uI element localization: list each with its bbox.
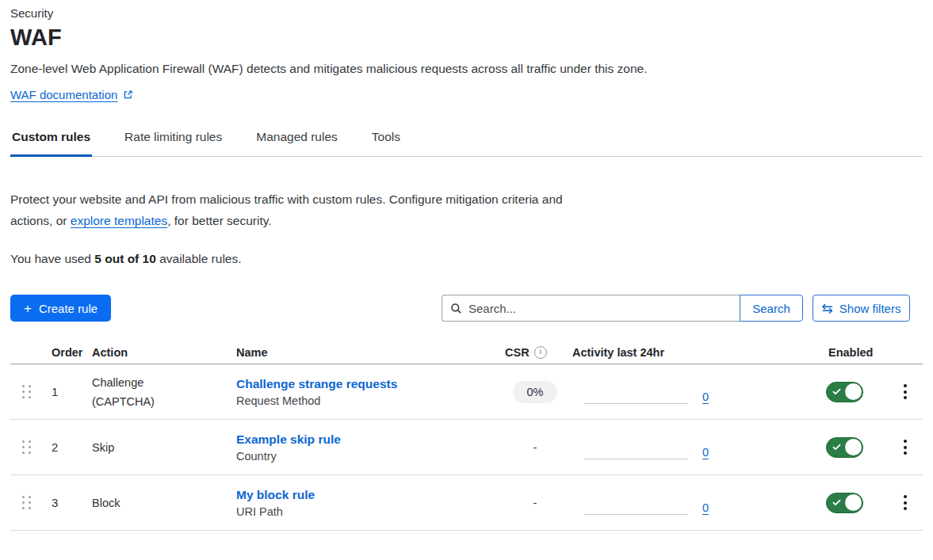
swap-arrows-icon: ⇆ — [822, 302, 833, 315]
toggle-knob — [845, 439, 862, 455]
header-order: Order — [44, 346, 91, 359]
intro-text-after: , for better security. — [167, 214, 272, 227]
usage-count: 5 out of 10 — [94, 252, 156, 265]
checkmark-icon — [832, 499, 841, 506]
search-icon — [450, 303, 462, 314]
header-csr-label: CSR — [505, 346, 530, 359]
activity-sparkline — [584, 514, 688, 515]
rule-csr-cell: - — [499, 492, 571, 514]
doc-link-row: WAF documentation — [10, 88, 923, 101]
page-title: WAF — [10, 24, 923, 51]
header-csr: CSR i — [499, 346, 571, 359]
rule-action: Block — [91, 493, 230, 512]
usage-text: You have used 5 out of 10 available rule… — [10, 252, 923, 266]
rule-activity-cell: 0 — [571, 386, 816, 398]
show-filters-button[interactable]: ⇆ Show filters — [813, 295, 910, 322]
drag-handle-icon[interactable] — [19, 437, 35, 457]
rule-order: 2 — [44, 440, 91, 454]
plus-icon: + — [24, 302, 32, 315]
checkmark-icon — [832, 388, 841, 395]
rule-field-type: Country — [236, 450, 499, 463]
search-button[interactable]: Search — [740, 295, 803, 322]
tab-label: Tools — [372, 130, 400, 143]
rule-menu-cell — [896, 492, 923, 513]
kebab-menu-icon[interactable] — [897, 381, 913, 402]
tab-label: Managed rules — [256, 130, 338, 143]
search-input[interactable] — [468, 302, 732, 315]
search-box — [442, 295, 740, 322]
info-icon[interactable]: i — [534, 346, 547, 359]
tab-bar: Custom rulesRate limiting rulesManaged r… — [10, 130, 923, 157]
tab-label: Custom rules — [12, 130, 90, 143]
drag-handle-icon[interactable] — [19, 382, 35, 402]
intro-text: Protect your website and API from malici… — [10, 189, 595, 231]
kebab-menu-icon[interactable] — [897, 492, 913, 513]
rules-table: Order Action Name CSR i Activity last 24… — [10, 341, 923, 531]
rules-toolbar: + Create rule Search ⇆ Show filters — [10, 295, 923, 322]
rule-field-type: Request Method — [236, 394, 499, 407]
rule-name-link[interactable]: My block rule — [236, 488, 315, 501]
waf-documentation-link[interactable]: WAF documentation — [10, 88, 117, 101]
rule-enabled-cell — [816, 382, 896, 402]
search-group: Search ⇆ Show filters — [442, 295, 910, 322]
header-action: Action — [91, 346, 230, 359]
row-handle-cell — [10, 493, 44, 512]
rule-csr-cell: 0% — [499, 381, 571, 403]
rule-name-link[interactable]: Challenge strange requests — [236, 377, 397, 390]
table-row: 2 Skip Example skip rule Country - 0 — [10, 420, 923, 475]
create-rule-button[interactable]: + Create rule — [10, 295, 111, 322]
table-row: 3 Block My block rule URI Path - 0 — [10, 475, 923, 531]
rule-enabled-cell — [816, 493, 896, 513]
rule-order: 1 — [44, 385, 91, 398]
toggle-knob — [845, 494, 862, 511]
activity-count-link[interactable]: 0 — [702, 446, 709, 459]
rule-action: Skip — [91, 438, 230, 457]
rule-name-link[interactable]: Example skip rule — [236, 432, 341, 446]
tab-label: Rate limiting rules — [124, 130, 222, 143]
waf-page: Security WAF Zone-level Web Application … — [0, 6, 933, 531]
rule-activity-cell: 0 — [571, 441, 816, 454]
enabled-toggle[interactable] — [826, 493, 863, 513]
rule-order: 3 — [44, 496, 91, 509]
explore-templates-link[interactable]: explore templates — [71, 214, 167, 227]
row-handle-cell — [10, 382, 44, 402]
activity-sparkline — [584, 403, 688, 404]
activity-sparkline — [584, 459, 688, 459]
usage-prefix: You have used — [10, 252, 94, 265]
rule-activity-cell: 0 — [571, 497, 816, 509]
csr-badge: - — [530, 492, 541, 514]
tab-tools[interactable]: Tools — [370, 130, 402, 157]
tab-managed-rules[interactable]: Managed rules — [254, 130, 339, 157]
row-handle-cell — [10, 437, 44, 457]
rule-name-cell: Challenge strange requests Request Metho… — [230, 377, 499, 407]
usage-suffix: available rules. — [156, 252, 242, 265]
page-description: Zone-level Web Application Firewall (WAF… — [10, 62, 923, 76]
activity-count-link[interactable]: 0 — [702, 390, 709, 403]
rule-name-cell: Example skip rule Country — [230, 432, 499, 463]
tab-rate-limiting-rules[interactable]: Rate limiting rules — [123, 130, 224, 157]
drag-handle-icon[interactable] — [19, 493, 35, 512]
csr-badge: 0% — [513, 381, 558, 403]
create-rule-label: Create rule — [39, 302, 98, 315]
table-header-row: Order Action Name CSR i Activity last 24… — [10, 341, 923, 364]
enabled-toggle[interactable] — [826, 382, 863, 402]
rule-menu-cell — [896, 436, 923, 458]
breadcrumb: Security — [10, 6, 923, 20]
header-name: Name — [230, 346, 499, 359]
kebab-menu-icon[interactable] — [897, 436, 913, 458]
show-filters-label: Show filters — [839, 302, 901, 315]
header-enabled: Enabled — [816, 346, 896, 359]
enabled-toggle[interactable] — [826, 437, 863, 458]
toggle-knob — [845, 383, 862, 400]
csr-badge: - — [530, 436, 541, 459]
table-body: 1 Challenge (CAPTCHA) Challenge strange … — [10, 364, 923, 531]
activity-count-link[interactable]: 0 — [702, 501, 709, 514]
rule-enabled-cell — [816, 437, 896, 458]
rule-name-cell: My block rule URI Path — [230, 488, 499, 518]
rule-csr-cell: - — [499, 436, 571, 459]
rule-field-type: URI Path — [236, 505, 499, 518]
checkmark-icon — [832, 444, 841, 451]
header-activity: Activity last 24hr — [571, 346, 816, 359]
rule-action: Challenge (CAPTCHA) — [91, 373, 230, 411]
tab-custom-rules[interactable]: Custom rules — [10, 130, 92, 157]
